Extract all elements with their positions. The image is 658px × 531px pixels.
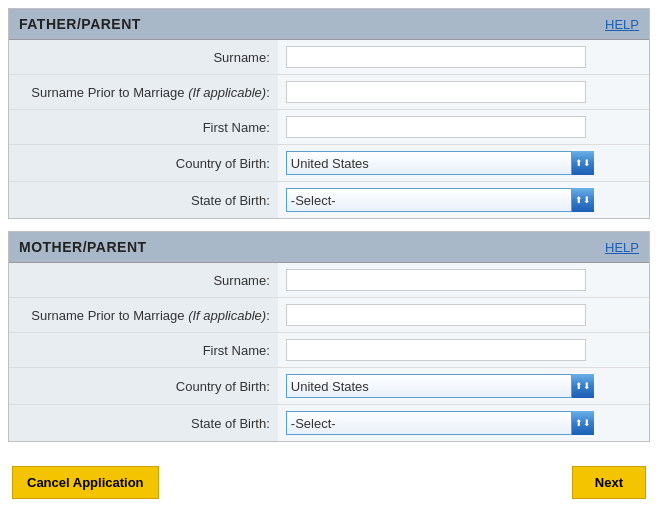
mother-state-select-wrapper: -Select- Alabama Alaska Arizona Californ… xyxy=(286,411,594,435)
mother-country-select-wrapper: United States Canada Mexico United Kingd… xyxy=(286,374,594,398)
mother-form-table: Surname: Surname Prior to Marriage (If a… xyxy=(9,263,649,441)
mother-section-title: MOTHER/PARENT xyxy=(19,239,147,255)
mother-state-input-cell: -Select- Alabama Alaska Arizona Californ… xyxy=(278,405,649,442)
father-help-link[interactable]: HELP xyxy=(605,17,639,32)
father-state-label: State of Birth: xyxy=(9,182,278,219)
father-surname-prior-input[interactable] xyxy=(286,81,586,103)
father-form-table: Surname: Surname Prior to Marriage (If a… xyxy=(9,40,649,218)
father-surname-prior-input-cell xyxy=(278,75,649,110)
mother-state-select[interactable]: -Select- Alabama Alaska Arizona Californ… xyxy=(286,411,594,435)
mother-help-link[interactable]: HELP xyxy=(605,240,639,255)
mother-surname-prior-input[interactable] xyxy=(286,304,586,326)
father-firstname-label: First Name: xyxy=(9,110,278,145)
father-surname-input-cell xyxy=(278,40,649,75)
mother-state-row: State of Birth: -Select- Alabama Alaska … xyxy=(9,405,649,442)
mother-surname-prior-row: Surname Prior to Marriage (If applicable… xyxy=(9,298,649,333)
father-surname-prior-label: Surname Prior to Marriage (If applicable… xyxy=(9,75,278,110)
father-country-label: Country of Birth: xyxy=(9,145,278,182)
mother-surname-input[interactable] xyxy=(286,269,586,291)
mother-surname-input-cell xyxy=(278,263,649,298)
father-country-select-wrapper: United States Canada Mexico United Kingd… xyxy=(286,151,594,175)
mother-surname-prior-label: Surname Prior to Marriage (If applicable… xyxy=(9,298,278,333)
father-section: FATHER/PARENT HELP Surname: Surname Prio… xyxy=(8,8,650,219)
next-button[interactable]: Next xyxy=(572,466,646,499)
mother-section: MOTHER/PARENT HELP Surname: Surname Prio… xyxy=(8,231,650,442)
mother-state-label: State of Birth: xyxy=(9,405,278,442)
mother-firstname-input[interactable] xyxy=(286,339,586,361)
mother-firstname-row: First Name: xyxy=(9,333,649,368)
father-surname-prior-row: Surname Prior to Marriage (If applicable… xyxy=(9,75,649,110)
father-firstname-row: First Name: xyxy=(9,110,649,145)
father-firstname-input[interactable] xyxy=(286,116,586,138)
father-country-row: Country of Birth: United States Canada M… xyxy=(9,145,649,182)
mother-surname-label: Surname: xyxy=(9,263,278,298)
cancel-button[interactable]: Cancel Application xyxy=(12,466,159,499)
mother-country-input-cell: United States Canada Mexico United Kingd… xyxy=(278,368,649,405)
page-wrapper: FATHER/PARENT HELP Surname: Surname Prio… xyxy=(0,0,658,515)
mother-firstname-input-cell xyxy=(278,333,649,368)
mother-country-label: Country of Birth: xyxy=(9,368,278,405)
father-section-title: FATHER/PARENT xyxy=(19,16,141,32)
mother-firstname-label: First Name: xyxy=(9,333,278,368)
father-surname-row: Surname: xyxy=(9,40,649,75)
father-surname-label: Surname: xyxy=(9,40,278,75)
mother-country-row: Country of Birth: United States Canada M… xyxy=(9,368,649,405)
mother-section-header: MOTHER/PARENT HELP xyxy=(9,232,649,263)
father-state-input-cell: -Select- Alabama Alaska Arizona Californ… xyxy=(278,182,649,219)
mother-surname-row: Surname: xyxy=(9,263,649,298)
father-country-input-cell: United States Canada Mexico United Kingd… xyxy=(278,145,649,182)
father-section-header: FATHER/PARENT HELP xyxy=(9,9,649,40)
father-state-select-wrapper: -Select- Alabama Alaska Arizona Californ… xyxy=(286,188,594,212)
bottom-bar: Cancel Application Next xyxy=(8,458,650,507)
father-state-select[interactable]: -Select- Alabama Alaska Arizona Californ… xyxy=(286,188,594,212)
mother-surname-prior-input-cell xyxy=(278,298,649,333)
father-state-row: State of Birth: -Select- Alabama Alaska … xyxy=(9,182,649,219)
father-surname-input[interactable] xyxy=(286,46,586,68)
father-country-select[interactable]: United States Canada Mexico United Kingd… xyxy=(286,151,594,175)
mother-country-select[interactable]: United States Canada Mexico United Kingd… xyxy=(286,374,594,398)
father-firstname-input-cell xyxy=(278,110,649,145)
